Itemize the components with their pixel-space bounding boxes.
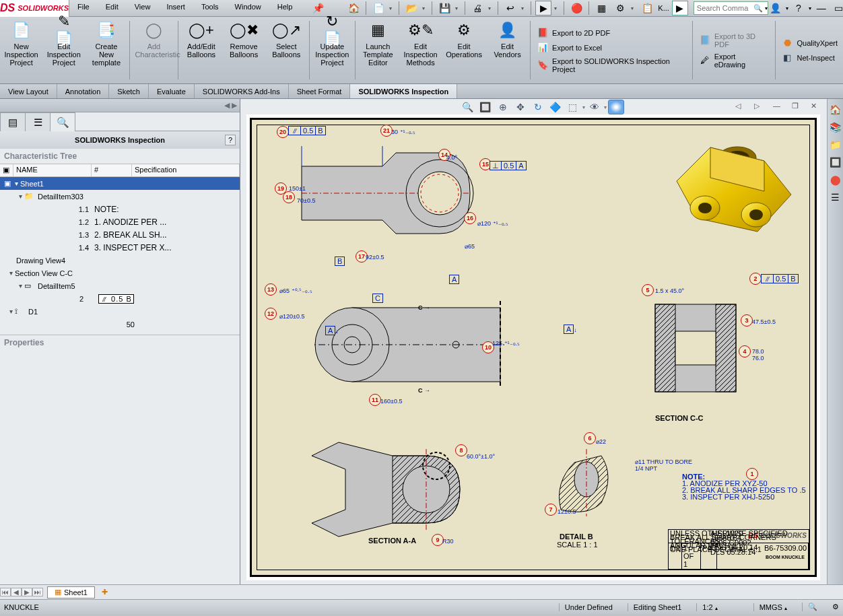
user-icon[interactable]: 👤 (768, 1, 783, 15)
tree-sectionview-cc[interactable]: ▾Section View C-C (0, 267, 240, 279)
col-expand[interactable]: ▣ (0, 164, 13, 176)
edit-methods-button[interactable]: ⚙✎Edit Inspection Methods (399, 17, 442, 83)
search-icon[interactable]: 🔍 (751, 4, 765, 13)
tab-sheet-format[interactable]: Sheet Format (289, 84, 351, 98)
dimension[interactable]: 47.5±0.5 (752, 318, 776, 325)
home-icon[interactable]: 🏠 (345, 1, 362, 15)
apply-scene-icon[interactable] (608, 100, 624, 114)
doc-icon[interactable]: 📋 (639, 1, 655, 15)
add-sheet-icon[interactable]: ✚ (102, 588, 108, 596)
undo-icon[interactable]: ↩ (502, 1, 518, 15)
pin-icon[interactable]: 📌 (304, 3, 332, 13)
taskpane-design-icon[interactable]: 📚 (829, 121, 842, 134)
balloon-3[interactable]: 3 (741, 314, 753, 327)
dimension[interactable]: 78.0 (752, 348, 764, 355)
datum-C[interactable]: C (372, 294, 383, 302)
balloon-13[interactable]: 13 (265, 283, 277, 296)
gtol-frame[interactable]: ⊥0.5A (490, 161, 527, 170)
export-excel[interactable]: 📊Export to Excel (537, 42, 685, 53)
export-2d-pdf[interactable]: 📕Export to 2D PDF (537, 28, 685, 38)
add-balloons-button[interactable]: ◯+Add/Edit Balloons (180, 17, 222, 83)
menu-help[interactable]: Help (269, 3, 301, 13)
export-sip[interactable]: 🔖Export to SOLIDWORKS Inspection Project (537, 57, 685, 73)
balloon-20[interactable]: 20 (277, 126, 289, 138)
datum-A[interactable]: A↓ (325, 327, 339, 335)
taskpane-home-icon[interactable]: 🏠 (829, 103, 842, 116)
sheet-tab-1[interactable]: ▦Sheet1 (47, 586, 95, 598)
dimension[interactable]: ⌀120±0.5 (279, 313, 304, 320)
panel-tab-property[interactable]: ☰ (25, 112, 50, 131)
datum-A[interactable]: A↓ (564, 325, 577, 333)
col-name[interactable]: NAME (13, 164, 92, 176)
net-inspect[interactable]: ◧Net-Inspect (782, 53, 838, 63)
doc-prev-icon[interactable]: ◁ (735, 102, 747, 111)
menu-tools[interactable]: Tools (193, 3, 227, 13)
tree-detailitem303[interactable]: ▾📁DetailItem303 (0, 190, 240, 203)
dimension[interactable]: ⌀65 (465, 243, 475, 250)
tree-drawingview4[interactable]: Drawing View4 (0, 254, 240, 267)
dimension[interactable]: 12±0.5 (558, 508, 576, 515)
rotate-icon[interactable]: ↻ (530, 100, 546, 114)
balloon-5[interactable]: 5 (642, 284, 654, 296)
search-commands-icon[interactable]: ▶ (672, 1, 688, 15)
print-icon[interactable]: 🖨 (469, 1, 485, 15)
dimension[interactable]: 1/4 NPT (635, 465, 657, 472)
create-template-button[interactable]: 📑Create New template (85, 17, 127, 83)
taskpane-custom-icon[interactable]: ☰ (829, 191, 842, 204)
gtol-frame[interactable]: ⫽0.5B (762, 274, 799, 283)
edit-ops-button[interactable]: ⚙Edit Operations (442, 17, 486, 83)
dimension[interactable]: 4.0° (446, 154, 457, 161)
tree-d1[interactable]: ▾⟟D1 (0, 305, 240, 318)
new-icon[interactable]: 📄 (370, 1, 386, 15)
balloon-16[interactable]: 16 (464, 212, 476, 224)
tab-evaluate[interactable]: Evaluate (149, 84, 195, 98)
col-spec[interactable]: Specification (132, 164, 240, 176)
zoom-io-icon[interactable]: ⊕ (495, 100, 511, 114)
col-num[interactable]: # (92, 164, 132, 176)
new-inspection-button[interactable]: 📄New Inspection Project (0, 17, 42, 83)
panel-nav-icon[interactable]: ◀ ▶ (224, 101, 237, 110)
minimize-button[interactable]: — (814, 1, 829, 15)
dimension[interactable]: 150±1 (289, 185, 306, 192)
update-project-button[interactable]: ↻📄Update Inspection Project (311, 17, 353, 83)
dimension[interactable]: ⌀22 (596, 438, 606, 445)
search-box[interactable]: 🔍▾ (694, 1, 768, 15)
qualityxpert[interactable]: ⬣QualityXpert (782, 38, 838, 48)
drawing-canvas[interactable]: 🔍 🔲 ⊕ ✥ ↻ 🔷 ⬚▾ 👁▾ ◁ ▷ — ❐ ✕ 🏠 📚 📁 🔲 ⬤ ☰ (240, 99, 843, 584)
options-icon[interactable]: ▦ (593, 1, 609, 15)
tree-note-row[interactable]: 1.43. INSPECT PER X... (0, 241, 240, 254)
display-icon[interactable]: ⬚ (565, 100, 581, 114)
balloon-6[interactable]: 6 (584, 432, 596, 444)
dimension[interactable]: 70±0.5 (297, 197, 315, 204)
sheet-next-icon[interactable]: ▶ (22, 588, 32, 596)
open-icon[interactable]: 📂 (403, 1, 419, 15)
settings-icon[interactable]: ⚙ (612, 1, 628, 15)
tab-sketch[interactable]: Sketch (109, 84, 149, 98)
balloon-11[interactable]: 11 (369, 394, 381, 406)
tab-view-layout[interactable]: View Layout (0, 84, 57, 98)
taskpane-file-icon[interactable]: 📁 (829, 138, 842, 151)
dimension[interactable]: 160±0.5 (380, 398, 402, 405)
export-edrawing[interactable]: 🖉Export eDrawing (700, 53, 768, 69)
status-scale[interactable]: 1:2 ▴ (696, 603, 722, 611)
menu-insert[interactable]: Insert (158, 3, 193, 13)
menu-edit[interactable]: Edit (98, 3, 127, 13)
help-icon[interactable]: ? (791, 1, 806, 15)
drawing-sheet[interactable]: 202114151918161713121110897652341 30 ⁺¹₋… (250, 118, 817, 577)
tree-d1-val[interactable]: 50 (0, 318, 240, 331)
doc-restore-icon[interactable]: ❐ (792, 102, 804, 111)
dimension[interactable]: ⌀120 ⁺¹₋₀.₅ (477, 220, 508, 227)
tab-addins[interactable]: SOLIDWORKS Add-Ins (195, 84, 289, 98)
edit-inspection-button[interactable]: ✎📄Edit Inspection Project (42, 17, 85, 83)
tree-note-row[interactable]: 1.1NOTE: (0, 203, 240, 215)
tree-sheet1[interactable]: ▣▾Sheet1 (0, 177, 240, 190)
tree-detailitem5-val[interactable]: 2⫽ 0.5 B (0, 292, 240, 305)
panel-tab-feature[interactable]: ▤ (0, 112, 26, 131)
select-icon[interactable]: ▶ (535, 1, 551, 15)
status-units[interactable]: MMGS ▴ (753, 603, 793, 611)
balloon-7[interactable]: 7 (545, 504, 557, 516)
balloon-8[interactable]: 8 (455, 444, 467, 456)
tab-annotation[interactable]: Annotation (57, 84, 110, 98)
panel-help-icon[interactable]: ? (225, 135, 236, 145)
status-zoom-icon[interactable]: 🔍 (802, 603, 823, 611)
